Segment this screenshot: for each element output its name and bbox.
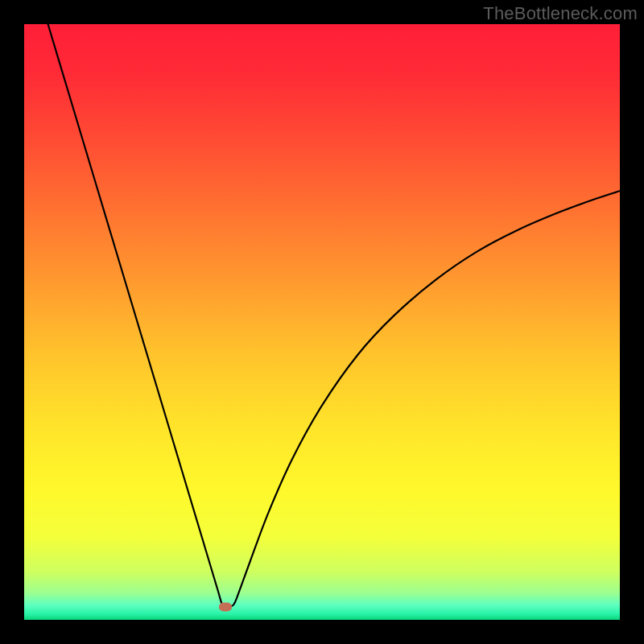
- watermark-text: TheBottleneck.com: [483, 3, 638, 24]
- plot-area: [24, 24, 620, 620]
- minimum-marker: [219, 602, 232, 611]
- data-curve: [24, 24, 620, 620]
- chart-frame: TheBottleneck.com: [0, 0, 644, 644]
